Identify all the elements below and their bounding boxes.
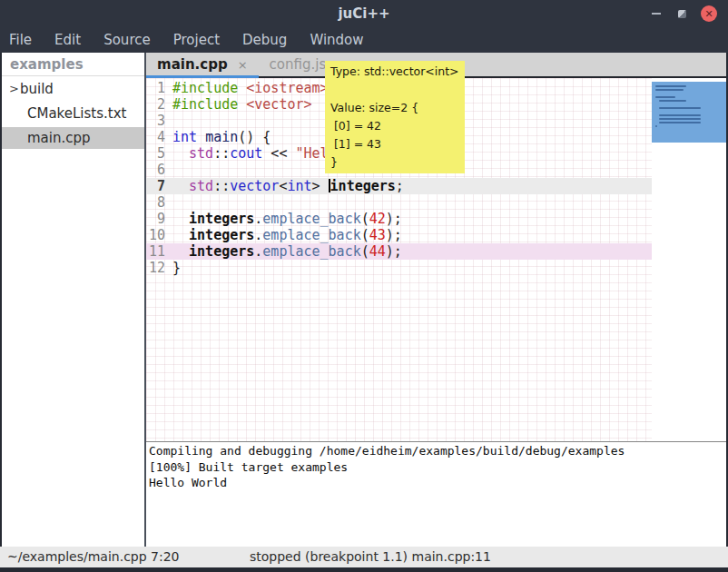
tooltip-line <box>330 81 459 99</box>
menubar: FileEditSourceProjectDebugWindow <box>0 27 728 53</box>
line-code: #include <vector> <box>171 96 312 113</box>
app-window: juCi++ ✕ FileEditSourceProjectDebugWindo… <box>0 0 728 572</box>
line-code: std::cout << "Hel <box>171 145 329 162</box>
status-debug-state: stopped (breakpoint 1.1) main.cpp:11 <box>250 547 491 567</box>
terminal-line: [100%] Built target examples <box>149 459 726 476</box>
sidebar-item-main-cpp[interactable]: main.cpp <box>2 127 144 149</box>
restore-button[interactable] <box>670 0 694 27</box>
tooltip-line: [0] = 42 <box>330 117 459 135</box>
menu-item-project[interactable]: Project <box>166 27 227 53</box>
tooltip-line: Value: size=2 { <box>330 99 459 117</box>
minimap-column <box>652 78 726 441</box>
line-number: 7 <box>146 178 171 194</box>
line-number: 4 <box>146 129 171 145</box>
minimap-line <box>655 89 684 91</box>
status-file-position: ~/examples/main.cpp 7:20 <box>7 547 180 567</box>
tab-close-icon[interactable]: × <box>238 58 248 72</box>
code-line-9[interactable]: 9 integers.emplace_back(42); <box>146 211 652 227</box>
window-title: juCi++ <box>0 0 728 27</box>
line-number: 11 <box>146 243 171 260</box>
restore-icon <box>678 10 686 18</box>
line-number: 12 <box>146 260 171 276</box>
minimap-line <box>655 85 686 87</box>
titlebar: juCi++ ✕ <box>0 0 728 27</box>
tab-label: main.cpp <box>157 56 228 73</box>
minimap-line <box>655 96 675 98</box>
line-number: 6 <box>146 162 171 178</box>
code-line-8[interactable]: 8 <box>146 194 652 211</box>
minimap-line <box>655 125 657 127</box>
terminal-line: Compiling and debugging /home/eidheim/ex… <box>149 443 726 459</box>
menu-item-source[interactable]: Source <box>96 27 158 53</box>
project-folder-header: examples <box>2 53 144 76</box>
line-code: int main() { <box>171 129 271 145</box>
tooltip-line: Type: std::vector<int> <box>330 63 459 81</box>
terminal-line: Hello World <box>149 475 726 491</box>
minimap-line <box>659 118 702 120</box>
tree-item-label: CMakeLists.txt <box>27 103 126 124</box>
code-line-12[interactable]: 12} <box>146 260 652 276</box>
line-number: 1 <box>146 80 171 96</box>
line-number: 5 <box>146 145 171 162</box>
status-bar: ~/examples/main.cpp 7:20 stopped (breakp… <box>0 547 728 567</box>
line-number: 9 <box>146 211 171 227</box>
minimap-visible-region[interactable] <box>652 82 726 143</box>
menu-item-debug[interactable]: Debug <box>235 27 294 53</box>
line-code: std::vector<int> integers; <box>171 178 404 194</box>
minimize-icon <box>652 13 661 15</box>
minimap-line <box>659 114 702 116</box>
tab-main-cpp[interactable]: main.cpp× <box>146 53 259 76</box>
terminal-output[interactable]: Compiling and debugging /home/eidheim/ex… <box>146 441 726 547</box>
file-tree: >buildCMakeLists.txtmain.cpp <box>2 76 144 149</box>
close-button[interactable]: ✕ <box>697 0 721 27</box>
tooltip-line: [1] = 43 <box>330 135 459 153</box>
code-line-10[interactable]: 10 integers.emplace_back(43); <box>146 227 652 243</box>
menu-item-edit[interactable]: Edit <box>47 27 88 53</box>
line-number: 2 <box>146 96 171 113</box>
line-code <box>171 194 172 211</box>
close-icon: ✕ <box>701 5 717 22</box>
line-code: } <box>171 260 181 276</box>
menu-item-window[interactable]: Window <box>302 27 370 53</box>
tree-item-label: main.cpp <box>27 127 91 149</box>
line-number: 3 <box>146 113 171 129</box>
chevron-right-icon[interactable]: > <box>2 78 20 100</box>
sidebar-item-build[interactable]: >build <box>2 78 144 100</box>
minimap-line <box>659 100 687 102</box>
minimize-button[interactable] <box>644 0 668 27</box>
minimap-line <box>659 122 702 123</box>
code-line-11[interactable]: 11 integers.emplace_back(44); <box>146 243 652 260</box>
code-line-7[interactable]: 7 std::vector<int> integers; <box>146 178 652 194</box>
line-number: 10 <box>146 227 171 243</box>
menu-item-file[interactable]: File <box>2 27 39 53</box>
line-code: #include <iostream> <box>171 80 329 96</box>
line-code <box>171 113 172 129</box>
tree-item-label: build <box>20 78 54 100</box>
line-number: 8 <box>146 194 171 211</box>
minimap-line <box>659 107 702 109</box>
sidebar-item-cmakelists-txt[interactable]: CMakeLists.txt <box>2 103 144 124</box>
file-tree-sidebar[interactable]: examples >buildCMakeLists.txtmain.cpp <box>2 53 144 547</box>
tooltip-line: } <box>330 153 459 172</box>
line-code: integers.emplace_back(43); <box>171 227 402 243</box>
line-code <box>171 162 172 178</box>
debug-value-tooltip: Type: std::vector<int> Value: size=2 { [… <box>325 61 465 173</box>
line-code: integers.emplace_back(44); <box>171 243 402 260</box>
line-code: integers.emplace_back(42); <box>171 211 402 227</box>
